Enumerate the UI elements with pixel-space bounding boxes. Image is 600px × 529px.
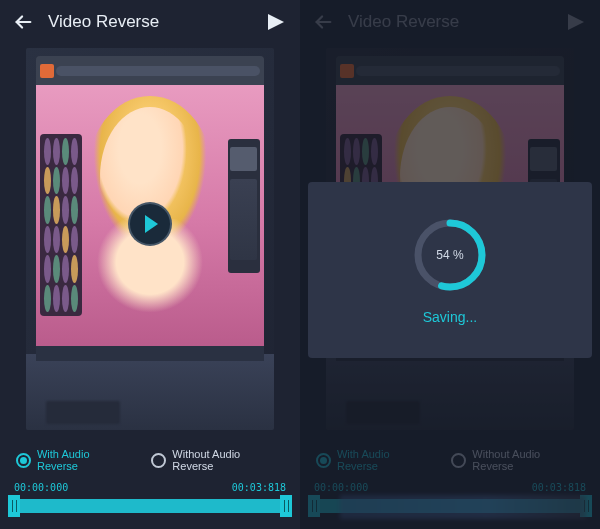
time-row: 00:00:000 00:03:818 [0,476,300,495]
time-end: 00:03:818 [232,482,286,493]
trim-bar[interactable] [0,495,300,529]
radio-without-audio[interactable]: Without Audio Reverse [151,448,284,472]
video-preview[interactable] [26,48,274,430]
radio-selected-icon [16,453,31,468]
trim-track[interactable] [20,499,280,513]
saving-label: Saving... [423,309,477,325]
trim-handle-right[interactable] [280,495,292,517]
radio-with-audio[interactable]: With Audio Reverse [16,448,133,472]
page-title: Video Reverse [48,12,250,32]
back-icon[interactable] [12,11,34,33]
radio-unselected-icon [151,453,166,468]
play-button[interactable] [128,202,172,246]
radio-label: Without Audio Reverse [172,448,284,472]
radio-label: With Audio Reverse [37,448,133,472]
export-icon[interactable] [264,10,288,34]
header: Video Reverse [0,0,300,44]
progress-ring: 54 % [410,215,490,295]
play-icon [145,215,158,233]
saving-dialog: 54 % Saving... [308,182,592,358]
progress-percent: 54 % [410,215,490,295]
screen-left: Video Reverse [0,0,300,529]
screen-right: Video Reverse [300,0,600,529]
trim-handle-left[interactable] [8,495,20,517]
time-start: 00:00:000 [14,482,68,493]
audio-option-row: With Audio Reverse Without Audio Reverse [0,440,300,476]
